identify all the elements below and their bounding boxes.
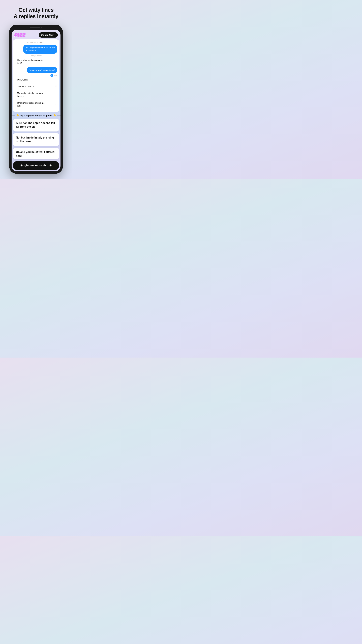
upload-new-button[interactable]: Upload New + (39, 32, 58, 38)
reply-text-1: Sure do! The apple doesn't fall far from… (16, 121, 56, 129)
bubble-text-received-2: O.M. Gosh! (15, 77, 30, 83)
reply-card-2[interactable]: No, but I'm definitely the icing on the … (13, 133, 59, 146)
sent-label: Sent (54, 74, 57, 76)
page-title: Get witty lines & replies instantly (14, 7, 58, 20)
bubble-text-sent-1: Hi! Do you come from a family of bakers? (23, 44, 57, 54)
phone-notch (11, 27, 60, 28)
upload-btn-icon: + (54, 34, 55, 36)
heart-icon-3[interactable]: ♡ (55, 85, 57, 88)
message-row-received-1: Haha what makes you ask that? ♡ (15, 57, 57, 66)
phone-speaker (30, 27, 40, 28)
gimme-btn-label: gimme' more rizz (24, 164, 48, 167)
app-logo: RIZZ (14, 32, 25, 38)
tap-text: tap a reply to copy and paste (20, 114, 52, 117)
chat-header-faded: continued from earlier... (15, 42, 57, 43)
bubble-text-received-3: Thanks so much! (15, 84, 36, 90)
chat-timestamp: Today 8:24 AM (15, 55, 57, 56)
reply-text-3: Oh and you must feel flattered now! (16, 150, 56, 158)
phone-camera (41, 27, 42, 28)
heart-icon-2[interactable]: ♡ (55, 78, 57, 81)
reply-text-2: No, but I'm definitely the icing on the … (16, 136, 56, 144)
reply-cards-container: Sure do! The apple doesn't fall far from… (11, 118, 60, 172)
reply-card-3[interactable]: Oh and you must feel flattered now! (13, 148, 59, 159)
bubble-text-received-4: My family actually does own a bakery (15, 90, 49, 99)
sent-status: ✓ Sent (15, 74, 57, 77)
chat-area: continued from earlier... Hi! Do you com… (13, 40, 59, 112)
heart-icon-4[interactable]: ♡ (55, 94, 57, 96)
wand-icon-left: ✦ (20, 164, 23, 167)
heart-icon-5[interactable]: ♡ (55, 103, 57, 106)
upload-btn-label: Upload New (41, 34, 53, 36)
bubble-text-received-1: Haha what makes you ask that? (15, 57, 49, 66)
message-row-received-3: Thanks so much! ♡ (15, 84, 57, 90)
gimme-more-rizz-button[interactable]: ✦ gimme' more rizz ✦ (13, 161, 59, 170)
wand-icon-right: ✦ (49, 164, 52, 167)
message-sent-2: Because you're a cutie pie! (15, 67, 57, 73)
app-header: RIZZ Upload New + (11, 30, 60, 40)
message-row-received-2: O.M. Gosh! ♡ (15, 77, 57, 83)
heart-icon-1[interactable]: ♡ (55, 60, 57, 63)
sent-check-icon: ✓ (50, 74, 53, 77)
tap-instruction: 👇 tap a reply to copy and paste 👇 (11, 112, 60, 118)
bubble-text-received-5: I thought you recognized me LOL (15, 100, 49, 109)
tap-emoji-right: 👇 (53, 114, 56, 117)
reply-card-1[interactable]: Sure do! The apple doesn't fall far from… (13, 118, 59, 132)
phone-mockup: RIZZ Upload New + continued from earlier… (9, 25, 63, 174)
message-row-received-5: I thought you recognized me LOL ♡ (15, 100, 57, 109)
tap-emoji-left: 👇 (16, 114, 19, 117)
phone-screen: RIZZ Upload New + continued from earlier… (11, 30, 60, 172)
message-row-received-4: My family actually does own a bakery ♡ (15, 90, 57, 99)
bubble-text-sent-2: Because you're a cutie pie! (27, 67, 57, 73)
message-sent-1: Hi! Do you come from a family of bakers? (15, 44, 57, 54)
